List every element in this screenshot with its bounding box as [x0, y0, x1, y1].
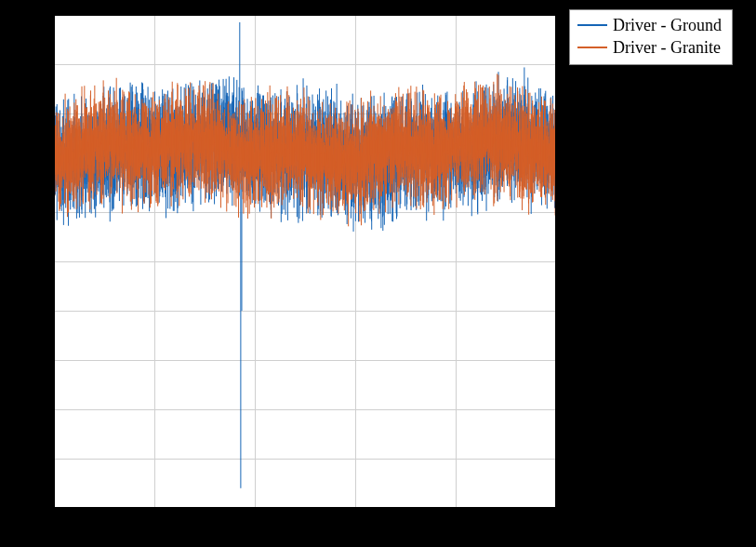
legend-swatch-granite	[577, 47, 607, 48]
plot-area	[54, 15, 556, 508]
legend-item-ground: Driver - Ground	[577, 14, 723, 36]
legend: Driver - Ground Driver - Granite	[569, 9, 733, 65]
legend-label-granite: Driver - Granite	[613, 38, 721, 58]
legend-label-ground: Driver - Ground	[613, 16, 722, 35]
legend-swatch-ground	[577, 24, 607, 26]
line-series-granite	[54, 15, 556, 508]
legend-item-granite: Driver - Granite	[577, 36, 723, 59]
